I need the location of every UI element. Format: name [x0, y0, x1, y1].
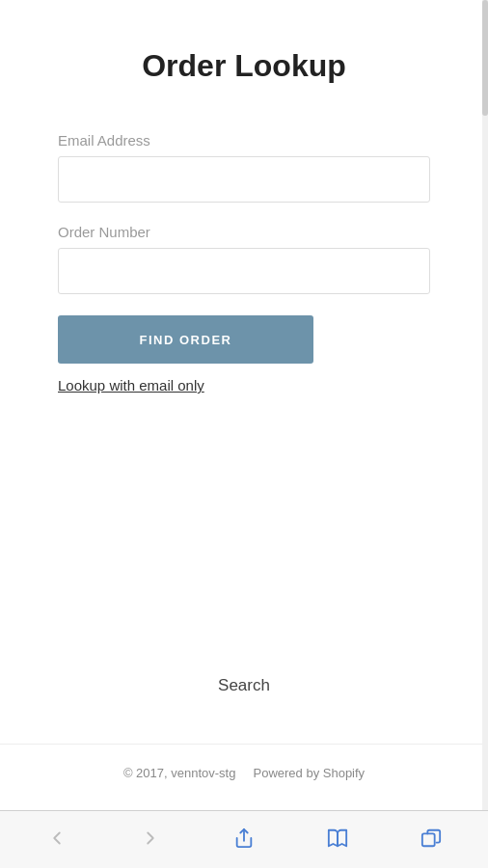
bottom-toolbar: [0, 810, 488, 868]
share-button[interactable]: [218, 820, 270, 860]
search-section: Search: [218, 676, 270, 724]
order-number-form-group: Order Number: [58, 224, 430, 294]
bookmarks-button[interactable]: [312, 820, 364, 860]
share-icon: [233, 827, 255, 853]
forward-button[interactable]: [124, 820, 176, 860]
svg-rect-1: [422, 833, 435, 846]
order-number-input[interactable]: [58, 248, 430, 294]
footer-text: © 2017, venntov-stg Powered by Shopify: [123, 766, 365, 780]
copyright-text: © 2017, venntov-stg: [123, 766, 236, 780]
tabs-button[interactable]: [405, 820, 457, 860]
email-input[interactable]: [58, 156, 430, 203]
email-form-group: Email Address: [58, 132, 430, 203]
powered-by-text: Powered by Shopify: [253, 766, 365, 780]
search-label: Search: [218, 676, 270, 694]
back-icon: [46, 827, 68, 853]
find-order-button[interactable]: FIND ORDER: [58, 315, 313, 364]
back-button[interactable]: [31, 820, 83, 860]
order-number-label: Order Number: [58, 224, 430, 240]
lookup-email-only-link[interactable]: Lookup with email only: [58, 377, 204, 393]
order-lookup-form: Email Address Order Number FIND ORDER Lo…: [58, 132, 430, 394]
forward-icon: [140, 827, 161, 853]
page-title: Order Lookup: [142, 48, 346, 84]
email-label: Email Address: [58, 132, 430, 149]
bookmarks-icon: [327, 827, 348, 853]
tabs-icon: [420, 827, 442, 853]
footer: © 2017, venntov-stg Powered by Shopify: [0, 744, 488, 810]
